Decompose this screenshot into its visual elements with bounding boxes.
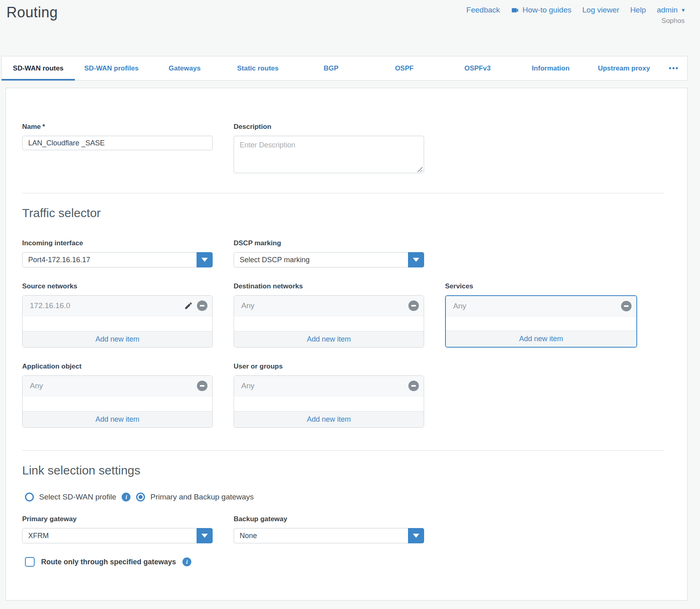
caret-down-icon bbox=[201, 534, 208, 538]
caret-down-icon bbox=[201, 258, 208, 262]
header-links: Feedback How-to guides Log viewer Help a… bbox=[466, 6, 685, 14]
application-object-label: Application object bbox=[22, 362, 213, 371]
services-label: Services bbox=[445, 282, 637, 290]
log-viewer-link[interactable]: Log viewer bbox=[582, 6, 619, 14]
source-networks-add-button[interactable]: Add new item bbox=[23, 331, 212, 347]
dscp-marking-dropdown-button[interactable] bbox=[408, 252, 424, 267]
description-textarea[interactable] bbox=[234, 136, 424, 173]
source-networks-label: Source networks bbox=[22, 282, 213, 290]
tab-ospf[interactable]: OSPF bbox=[368, 56, 441, 80]
backup-gateway-label: Backup gateway bbox=[234, 515, 424, 523]
tab-upstream-proxy[interactable]: Upstream proxy bbox=[587, 56, 661, 80]
tab-gateways[interactable]: Gateways bbox=[148, 56, 222, 80]
remove-item-icon[interactable] bbox=[408, 381, 419, 391]
backup-gateway-dropdown-button[interactable] bbox=[408, 528, 424, 543]
destination-networks-listbox: Any Add new item bbox=[234, 295, 424, 348]
name-field-group: Name* bbox=[22, 123, 213, 175]
incoming-interface-dropdown-button[interactable] bbox=[197, 252, 213, 267]
tab-ospfv3[interactable]: OSPFv3 bbox=[441, 56, 514, 80]
brand-label: Sophos bbox=[661, 17, 685, 25]
remove-item-icon[interactable] bbox=[408, 300, 419, 311]
services-listbox: Any Add new item bbox=[445, 295, 637, 348]
section-divider bbox=[22, 193, 665, 193]
route-only-row: Route only through specified gateways i bbox=[25, 557, 687, 567]
primary-gateway-group: Primary gateway XFRM bbox=[22, 515, 213, 543]
application-object-group: Application object Any Add new item bbox=[22, 362, 213, 428]
page-header: Routing Feedback How-to guides Log viewe… bbox=[0, 0, 700, 56]
edit-pencil-icon[interactable] bbox=[184, 301, 193, 310]
tab-sd-wan-routes[interactable]: SD-WAN routes bbox=[2, 56, 75, 80]
section-divider bbox=[22, 450, 665, 451]
dscp-marking-select[interactable]: Select DSCP marking bbox=[234, 252, 424, 267]
tab-static-routes[interactable]: Static routes bbox=[221, 56, 294, 80]
page-title: Routing bbox=[6, 4, 58, 21]
feedback-link[interactable]: Feedback bbox=[466, 6, 500, 14]
incoming-interface-select[interactable]: Port4-172.16.16.17 bbox=[22, 252, 213, 267]
radio-checked-icon[interactable] bbox=[136, 493, 145, 501]
destination-networks-group: Destination networks Any Add new item bbox=[234, 282, 424, 348]
application-object-add-button[interactable]: Add new item bbox=[23, 411, 212, 427]
user-or-groups-label: User or groups bbox=[234, 362, 424, 371]
radio-unchecked-icon[interactable] bbox=[25, 493, 34, 501]
dscp-marking-group: DSCP marking Select DSCP marking bbox=[234, 239, 424, 267]
tab-bgp[interactable]: BGP bbox=[294, 56, 368, 80]
more-tabs-button[interactable]: ••• bbox=[661, 56, 687, 80]
destination-networks-label: Destination networks bbox=[234, 282, 424, 290]
backup-gateway-group: Backup gateway None bbox=[234, 515, 424, 543]
primary-gateway-dropdown-button[interactable] bbox=[197, 528, 213, 543]
incoming-interface-label: Incoming interface bbox=[22, 239, 213, 247]
list-item: Any bbox=[234, 296, 424, 316]
remove-item-icon[interactable] bbox=[197, 300, 207, 311]
name-label: Name* bbox=[22, 123, 213, 131]
admin-menu[interactable]: admin ▾ bbox=[657, 6, 685, 14]
source-networks-group: Source networks 172.16.16.0 Add new item bbox=[22, 282, 213, 348]
user-or-groups-group: User or groups Any Add new item bbox=[234, 362, 424, 428]
link-selection-heading: Link selection settings bbox=[22, 464, 687, 477]
list-item: Any bbox=[234, 376, 424, 396]
remove-item-icon[interactable] bbox=[197, 381, 207, 391]
primary-gateway-select[interactable]: XFRM bbox=[22, 528, 213, 543]
info-icon[interactable]: i bbox=[182, 557, 191, 566]
application-object-listbox: Any Add new item bbox=[22, 375, 213, 428]
info-icon[interactable]: i bbox=[122, 493, 130, 501]
primary-gateway-label: Primary gateway bbox=[22, 515, 213, 523]
backup-gateway-select[interactable]: None bbox=[234, 528, 424, 543]
list-item: 172.16.16.0 bbox=[23, 296, 212, 316]
tab-sd-wan-profiles[interactable]: SD-WAN profiles bbox=[75, 56, 148, 80]
description-label: Description bbox=[234, 123, 424, 131]
list-item: Any bbox=[446, 296, 636, 317]
incoming-interface-group: Incoming interface Port4-172.16.16.17 bbox=[22, 239, 213, 267]
tab-bar: SD-WAN routes SD-WAN profiles Gateways S… bbox=[1, 56, 688, 81]
howto-guides-link[interactable]: How-to guides bbox=[511, 6, 571, 14]
video-camera-icon bbox=[511, 6, 519, 14]
chevron-down-icon: ▾ bbox=[681, 6, 685, 14]
source-networks-listbox: 172.16.16.0 Add new item bbox=[22, 295, 213, 348]
content-panel: Name* Description Traffic selector Incom… bbox=[6, 88, 688, 601]
caret-down-icon bbox=[413, 534, 419, 538]
remove-item-icon[interactable] bbox=[621, 301, 632, 311]
route-only-checkbox[interactable] bbox=[25, 557, 35, 567]
link-selection-radio-group: Select SD-WAN profile i Primary and Back… bbox=[25, 493, 687, 501]
name-input[interactable] bbox=[22, 136, 213, 150]
required-mark: * bbox=[42, 123, 45, 130]
user-or-groups-listbox: Any Add new item bbox=[234, 375, 424, 428]
radio-select-sdwan-profile[interactable]: Select SD-WAN profile bbox=[25, 493, 116, 501]
traffic-selector-heading: Traffic selector bbox=[22, 206, 687, 220]
help-link[interactable]: Help bbox=[630, 6, 646, 14]
services-group: Services Any Add new item bbox=[445, 282, 637, 348]
destination-networks-add-button[interactable]: Add new item bbox=[234, 331, 424, 347]
services-add-button[interactable]: Add new item bbox=[446, 331, 636, 347]
route-only-label: Route only through specified gateways bbox=[41, 558, 176, 566]
radio-primary-backup-gateways[interactable]: Primary and Backup gateways bbox=[136, 493, 254, 501]
dscp-marking-label: DSCP marking bbox=[234, 239, 424, 247]
user-or-groups-add-button[interactable]: Add new item bbox=[234, 411, 424, 427]
ellipsis-icon: ••• bbox=[669, 64, 679, 72]
caret-down-icon bbox=[413, 258, 419, 262]
tab-information[interactable]: Information bbox=[514, 56, 587, 80]
list-item: Any bbox=[23, 376, 212, 396]
description-field-group: Description bbox=[234, 123, 424, 175]
